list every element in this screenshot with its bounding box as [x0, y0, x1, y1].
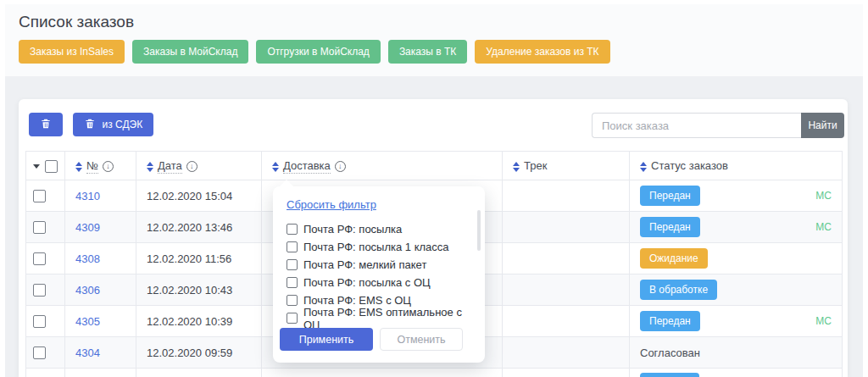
sort-icon[interactable] [147, 162, 153, 172]
filter-option[interactable]: Почта РФ: EMS оптимальное с ОЦ [287, 309, 471, 327]
order-date: 12.02.2020 11:56 [136, 243, 262, 274]
column-label[interactable]: Доставка [283, 159, 331, 174]
order-track [503, 180, 630, 212]
column-header-track[interactable]: Трек [503, 152, 630, 180]
option-label: Почта РФ: посылка 1 класса [303, 241, 449, 253]
popup-arrow [280, 180, 293, 186]
search-input[interactable] [592, 113, 801, 138]
order-number-link[interactable]: 4305 [75, 315, 100, 328]
filter-option[interactable]: Почта РФ: посылка [287, 220, 471, 238]
option-checkbox[interactable] [287, 277, 298, 288]
sort-icon[interactable] [75, 162, 82, 172]
orders-toolbar: из СДЭК Найти [29, 113, 844, 138]
column-label[interactable]: Дата [158, 159, 182, 174]
table-row [26, 369, 843, 377]
row-checkbox[interactable] [33, 315, 46, 328]
option-label: Почта РФ: мелкий пакет [303, 258, 426, 271]
apply-filter-button[interactable]: Применить [280, 328, 373, 351]
delete-orders-from-tk-button[interactable]: Удаление заказов из ТК [475, 40, 609, 64]
shipments-to-moysklad-button[interactable]: Отгрузки в МойСклад [256, 40, 380, 64]
search-group: Найти [592, 113, 844, 138]
row-checkbox[interactable] [33, 252, 46, 265]
column-header-date[interactable]: Дата↓ [136, 152, 262, 180]
order-date: 12.02.2020 10:39 [136, 306, 262, 337]
orders-from-insales-button[interactable]: Заказы из InSales [19, 40, 125, 64]
trash-icon [40, 118, 52, 132]
order-track [503, 274, 630, 306]
delete-from-sdek-button[interactable]: из СДЭК [73, 113, 153, 136]
select-all-header [26, 152, 65, 180]
filter-circle-icon[interactable]: ↓ [103, 161, 114, 172]
row-checkbox[interactable] [33, 190, 46, 202]
order-date [136, 369, 262, 377]
column-label[interactable]: Статус заказов [651, 159, 728, 172]
order-number-link[interactable]: 4308 [75, 252, 100, 265]
order-track [503, 243, 630, 274]
chevron-down-icon[interactable] [33, 164, 40, 169]
option-checkbox[interactable] [287, 224, 298, 235]
option-label: Почта РФ: посылка [303, 223, 402, 236]
delete-from-sdek-label: из СДЭК [102, 119, 142, 130]
row-checkbox[interactable] [33, 284, 46, 297]
orders-to-tk-button[interactable]: Заказы в ТК [388, 40, 467, 64]
option-checkbox[interactable] [287, 241, 298, 252]
row-checkbox[interactable] [33, 347, 46, 359]
filter-option[interactable]: Почта РФ: посылка с ОЦ [287, 274, 471, 291]
status-badge [640, 373, 699, 377]
page-title: Список заказов [19, 13, 134, 31]
orders-to-moysklad-button[interactable]: Заказы в МойСклад [132, 40, 248, 64]
order-number-link[interactable]: 4310 [75, 190, 100, 202]
row-checkbox[interactable] [33, 221, 46, 234]
popup-scrollbar[interactable] [477, 210, 481, 251]
column-header-status[interactable]: Статус заказов [630, 152, 843, 180]
ms-flag: МС [815, 190, 832, 202]
status-badge: Передан [640, 186, 700, 206]
column-label[interactable]: Трек [524, 159, 547, 172]
filter-circle-icon[interactable]: ↓ [335, 161, 346, 172]
order-track [503, 212, 630, 243]
status-badge: Передан [640, 311, 700, 331]
select-all-checkbox[interactable] [45, 160, 58, 173]
option-checkbox[interactable] [287, 313, 298, 324]
status-badge: В обработке [640, 280, 717, 300]
order-date: 12.02.2020 15:04 [136, 180, 262, 212]
option-checkbox[interactable] [287, 259, 298, 270]
sort-icon[interactable] [513, 162, 520, 172]
option-label: Почта РФ: посылка с ОЦ [303, 276, 431, 289]
filter-option[interactable]: Почта РФ: посылка 1 класса [287, 238, 471, 256]
filter-options-list: Почта РФ: посылка Почта РФ: посылка 1 кл… [287, 220, 471, 327]
page: Список заказов Заказы из InSales Заказы … [0, 0, 868, 377]
filter-option[interactable]: Почта РФ: мелкий пакет [287, 256, 471, 274]
sort-icon[interactable] [272, 162, 279, 172]
order-number-link[interactable]: 4304 [75, 347, 100, 359]
status-badge: Передан [640, 217, 700, 237]
sort-icon[interactable] [640, 162, 647, 172]
option-label: Почта РФ: EMS оптимальное с ОЦ [303, 306, 471, 331]
page-header: Список заказов Заказы из InSales Заказы … [5, 4, 863, 76]
cancel-filter-button[interactable]: Отменить [380, 328, 463, 351]
delete-selected-button[interactable] [29, 113, 63, 136]
order-date: 12.02.2020 10:43 [136, 274, 262, 306]
filter-circle-icon[interactable]: ↓ [186, 161, 198, 172]
column-label[interactable]: № [86, 159, 98, 174]
find-button[interactable]: Найти [801, 113, 844, 138]
ms-flag: МС [815, 221, 832, 233]
order-number-link[interactable]: 4309 [75, 221, 100, 234]
order-date: 12.02.2020 13:46 [136, 212, 262, 243]
status-badge: Согласован [640, 347, 700, 359]
reset-filter-link[interactable]: Сбросить фильтр [287, 198, 376, 211]
order-number-link[interactable]: 4306 [75, 284, 100, 297]
column-header-number[interactable]: №↓ [65, 152, 136, 180]
top-action-buttons: Заказы из InSales Заказы в МойСклад Отгр… [19, 40, 610, 64]
trash-icon [84, 118, 96, 132]
order-track [503, 337, 630, 369]
order-delivery [262, 369, 503, 377]
status-badge: Ожидание [640, 248, 708, 269]
order-track [503, 369, 630, 377]
option-checkbox[interactable] [287, 295, 298, 306]
table-header-row: №↓ Дата↓ Доставка↓ Трек Статус заказов [26, 152, 843, 180]
delivery-filter-popup: Сбросить фильтр Почта РФ: посылка Почта … [273, 186, 485, 363]
column-header-delivery[interactable]: Доставка↓ [262, 152, 503, 180]
order-date: 12.02.2020 09:59 [136, 337, 262, 369]
ms-flag: МС [815, 315, 832, 327]
